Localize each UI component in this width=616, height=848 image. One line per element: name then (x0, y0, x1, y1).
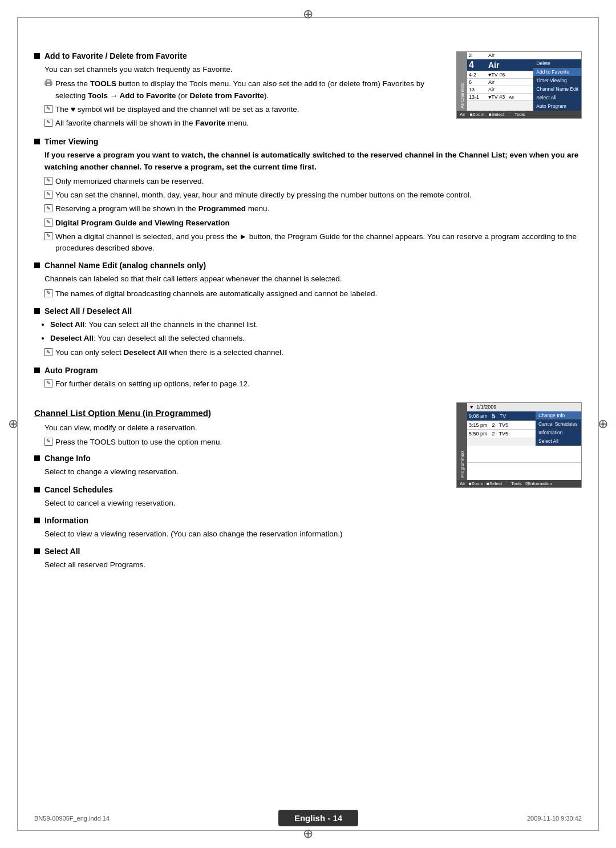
auto-program-title: Auto Program (44, 366, 98, 375)
tv-sidebar-1: All Channels (457, 52, 467, 111)
tv-empty-row-2 (467, 463, 581, 480)
tv-screenshot-2: Programmed ♥ 1/1/2009 9: (456, 397, 582, 578)
change-info-section: Change Info Select to change a viewing r… (34, 454, 445, 478)
note-check-icon: ✎ (44, 219, 52, 227)
cancel-schedules-body1: Select to cancel a viewing reservation. (44, 498, 445, 509)
channel-name-edit-note1: ✎ The names of digital broadcasting chan… (44, 288, 582, 300)
tv-type: TV5 (499, 431, 509, 437)
auto-program-section: Auto Program ✎ For further details on se… (34, 366, 582, 390)
top-compass-icon: ⊕ (303, 7, 313, 22)
section-bullet-icon (34, 53, 40, 59)
information-heading: Information (34, 516, 445, 525)
tv-date-row: ♥ 1/1/2009 (467, 403, 581, 411)
menu-item-auto-program: Auto Program (533, 102, 581, 111)
add-to-favorite-note2-text: The ♥ symbol will be displayed and the c… (55, 104, 299, 115)
select-all-note1: ✎ You can only select Deselect All when … (44, 347, 582, 358)
channel-list-option-section: Channel List Option Menu (in Programmed)… (34, 397, 582, 578)
channel-name-edit-section: Channel Name Edit (analog channels only)… (34, 261, 582, 300)
auto-program-heading: Auto Program (34, 366, 582, 375)
tv-row: 13-1 ♥TV #3 All (467, 94, 533, 101)
add-to-favorite-note3-text: All favorite channels will be shown in t… (55, 118, 249, 129)
menu-item-channel-name: Channel Name Edit (533, 85, 581, 94)
select-all-section: Select All / Deselect All Select All: Yo… (34, 306, 582, 359)
menu-item-add-favorite: Add to Favorite (533, 68, 581, 76)
menu-item-information: Information (536, 429, 581, 437)
footer-date: 2009-11-10 9:30:42 (527, 815, 582, 822)
tv-row: 13 Air (467, 86, 533, 94)
cancel-schedules-title: Cancel Schedules (44, 485, 113, 494)
information-body1: Select to view a viewing reservation. (Y… (44, 528, 445, 540)
bullet-item-select-all: Select All: You can select all the chann… (50, 319, 582, 330)
select-all-heading: Select All / Deselect All (34, 306, 582, 316)
timer-viewing-note1: ✎ Only memorized channels can be reserve… (44, 176, 582, 187)
tv-footer-air: Air (460, 481, 465, 486)
tv-body-1: All Channels 2 Air 4 Air (457, 52, 581, 111)
channel-name-edit-title: Channel Name Edit (analog channels only) (44, 261, 206, 270)
channel-type: ♥TV #3 (488, 94, 505, 100)
section-bullet-icon (34, 263, 40, 268)
timer-viewing-sub-note-text: When a digital channel is selected, and … (55, 231, 582, 255)
tv-body-2: Programmed ♥ 1/1/2009 9: (457, 403, 581, 480)
section-bullet-icon (34, 308, 40, 314)
add-to-favorite-note3: ✎ All favorite channels will be shown in… (44, 118, 445, 129)
tv-row: 2 Air (467, 52, 581, 59)
note-check-icon: ✎ (44, 232, 52, 240)
channel-list-option-note1: ✎ Press the TOOLS button to use the opti… (44, 437, 445, 448)
channel-name-edit-note1-text: The names of digital broadcasting channe… (55, 288, 377, 300)
channel-num: 2 (469, 53, 486, 58)
channel-type: Air (488, 79, 505, 85)
tv-row-selected: 4 Air (467, 59, 533, 71)
menu-item-timer: Timer Viewing (533, 76, 581, 85)
tv-footer-zoom: ■Zoom (469, 481, 483, 486)
tv-row-2-selected: 9:08 am 5 TV (467, 411, 536, 421)
add-to-favorite-heading: Add to Favorite / Delete from Favorite (34, 51, 445, 60)
tv-sidebar-2: Programmed (457, 403, 467, 480)
menu-item-change-info: Change Info (536, 411, 581, 420)
menu-item-select-all: Select All (533, 94, 581, 102)
channel-type: ♥TV #6 (488, 72, 505, 78)
tv-selected-row-2-wrapper: 9:08 am 5 TV 3:15 pm 2 TV5 (467, 411, 581, 446)
section-bullet-icon (34, 548, 40, 554)
tv-time: 9:08 am (469, 413, 488, 419)
tv-footer-1: Air ■Zoom ■Select ⬛Tools (457, 111, 581, 118)
section-bullet-icon (34, 455, 40, 461)
bullet-item-deselect-all: Deselect All: You can deselect all the s… (50, 333, 582, 344)
change-info-body1: Select to change a viewing reservation. (44, 466, 445, 478)
channel-num-big: 4 (469, 60, 486, 70)
timer-viewing-note2: ✎ You can set the channel, month, day, y… (44, 189, 582, 201)
tv-screen-programmed: Programmed ♥ 1/1/2009 9: (456, 402, 582, 488)
channel-num: 6 (469, 79, 486, 85)
change-info-title: Change Info (44, 454, 91, 463)
note-check-icon: ✎ (44, 289, 52, 297)
tv-type: TV5 (499, 422, 509, 428)
note-check-icon: ✎ (44, 438, 52, 446)
section-bullet-icon (34, 139, 40, 144)
right-compass-icon: ⊕ (598, 417, 608, 431)
tv-date: 1/1/2009 (476, 404, 496, 410)
channel-num: 13 (469, 87, 486, 92)
add-to-favorite-body1: You can set channels you watch frequentl… (44, 64, 445, 75)
section-bullet-icon (34, 368, 40, 373)
channel-list-option-left: Channel List Option Menu (in Programmed)… (34, 397, 445, 578)
tv-context-menu-2: Change Info Cancel Schedules Information… (536, 411, 581, 446)
tv-time: 3:15 pm (469, 422, 488, 428)
change-info-heading: Change Info (34, 454, 445, 463)
page-footer: BN59-00905F_eng.indd 14 English - 14 200… (34, 810, 582, 826)
timer-viewing-title: Timer Viewing (44, 137, 98, 146)
tv-context-menu: Delete Add to Favorite Timer Viewing Cha… (533, 59, 581, 111)
tv-selected-row-left: 4 Air 4-2 ♥TV #6 6 Air (467, 59, 533, 111)
tv-main-2: ♥ 1/1/2009 9:08 am 5 TV (467, 403, 581, 480)
tv-channel: 5 (492, 413, 496, 419)
auto-program-note1: ✎ For further details on setting up opti… (44, 378, 582, 390)
note-check-icon: ✎ (44, 379, 52, 387)
channel-num: 4-2 (469, 72, 486, 78)
cancel-schedules-heading: Cancel Schedules (34, 485, 445, 494)
channel-name-edit-body1: Channels can labeled so that their call … (44, 273, 582, 285)
note-check-icon-2: ✎ (44, 119, 52, 127)
note-check-icon: ✎ (44, 204, 52, 212)
tv-footer-select: ■Select (489, 112, 504, 117)
tv-row-2: 5:50 pm 2 TV5 (467, 430, 536, 438)
add-to-favorite-section: Add to Favorite / Delete from Favorite Y… (34, 51, 582, 131)
tv-footer-text: Air (460, 112, 465, 117)
note-check-icon: ✎ (44, 177, 52, 185)
